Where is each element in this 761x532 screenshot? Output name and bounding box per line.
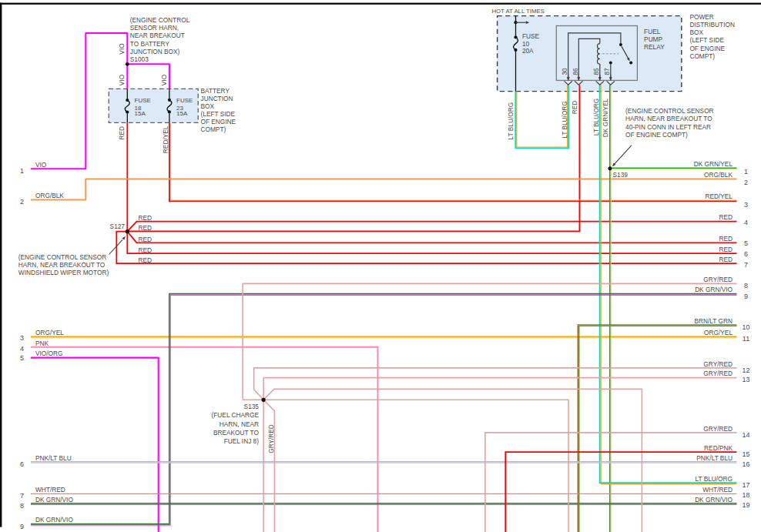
- svg-text:PNK/LT BLU: PNK/LT BLU: [696, 454, 733, 462]
- svg-text:7: 7: [20, 492, 24, 500]
- svg-text:(LEFT SIDE: (LEFT SIDE: [201, 110, 236, 118]
- svg-text:PUMP: PUMP: [644, 35, 662, 43]
- svg-text:GRY/RED: GRY/RED: [267, 424, 275, 453]
- svg-text:RED: RED: [118, 126, 126, 140]
- svg-text:S127: S127: [110, 223, 126, 230]
- svg-text:2: 2: [20, 198, 24, 206]
- svg-text:DK GRN/VIO: DK GRN/VIO: [35, 516, 73, 524]
- svg-text:COMPT): COMPT): [689, 52, 715, 60]
- svg-text:RELAY: RELAY: [644, 43, 665, 51]
- svg-text:RED/PNK: RED/PNK: [704, 444, 733, 452]
- svg-text:DK GRN/VIO: DK GRN/VIO: [695, 496, 733, 504]
- svg-text:RED/YEL: RED/YEL: [162, 125, 169, 153]
- svg-text:30: 30: [561, 68, 568, 75]
- svg-text:RED: RED: [139, 246, 153, 254]
- svg-text:NEAR BREAKOUT: NEAR BREAKOUT: [130, 32, 185, 39]
- svg-text:17: 17: [742, 481, 749, 489]
- svg-text:RED: RED: [139, 256, 153, 264]
- svg-text:VIO/ORG: VIO/ORG: [35, 350, 63, 357]
- svg-text:HOT AT ALL TIMES: HOT AT ALL TIMES: [491, 8, 544, 15]
- svg-text:BOX: BOX: [201, 102, 215, 110]
- svg-text:WHT/RED: WHT/RED: [35, 486, 65, 494]
- svg-text:ORG/BLK: ORG/BLK: [704, 171, 733, 179]
- svg-text:ORG/BLK: ORG/BLK: [35, 192, 64, 199]
- svg-text:FUSE: FUSE: [135, 97, 151, 104]
- svg-text:COMPT): COMPT): [201, 125, 226, 133]
- svg-text:9: 9: [20, 523, 24, 530]
- svg-text:(ENGINE CONTROL: (ENGINE CONTROL: [130, 16, 190, 24]
- svg-text:5: 5: [20, 354, 24, 362]
- svg-text:BOX: BOX: [689, 28, 703, 36]
- svg-text:FUEL: FUEL: [644, 28, 661, 35]
- svg-text:LT BLU/ORG: LT BLU/ORG: [695, 475, 733, 483]
- svg-text:PNK/LT BLU: PNK/LT BLU: [35, 454, 72, 462]
- svg-text:JUNCTION: JUNCTION: [201, 95, 233, 102]
- svg-text:9: 9: [744, 293, 748, 300]
- svg-text:6: 6: [20, 460, 24, 468]
- svg-text:5: 5: [744, 239, 748, 247]
- svg-text:S139: S139: [613, 171, 629, 179]
- svg-text:20A: 20A: [522, 47, 534, 55]
- svg-text:1: 1: [744, 168, 748, 176]
- svg-text:WINDSHIELD WIPER MOTOR): WINDSHIELD WIPER MOTOR): [18, 269, 109, 276]
- svg-text:GRY/RED: GRY/RED: [703, 360, 733, 368]
- svg-text:3: 3: [20, 334, 24, 342]
- svg-text:7: 7: [744, 261, 748, 269]
- svg-text:RED: RED: [139, 214, 153, 222]
- svg-text:FUSE: FUSE: [176, 97, 193, 104]
- svg-text:WHT/RED: WHT/RED: [702, 486, 733, 494]
- svg-text:DK GRN/VIO: DK GRN/VIO: [695, 286, 733, 293]
- svg-text:8: 8: [744, 282, 748, 289]
- svg-text:OF ENGINE: OF ENGINE: [689, 45, 725, 52]
- svg-text:RED: RED: [571, 101, 578, 115]
- svg-text:LT BLU/ORG: LT BLU/ORG: [561, 101, 568, 139]
- svg-text:86: 86: [572, 68, 579, 75]
- svg-text:87: 87: [603, 68, 611, 75]
- svg-text:15: 15: [742, 450, 749, 458]
- svg-text:HARN, NEAR BREAKOUT TO: HARN, NEAR BREAKOUT TO: [625, 115, 712, 122]
- svg-text:OF ENGINE: OF ENGINE: [201, 118, 236, 125]
- svg-text:2: 2: [744, 179, 748, 186]
- svg-text:TO BATTERY: TO BATTERY: [130, 40, 170, 48]
- svg-text:RED: RED: [719, 235, 733, 243]
- svg-text:(ENGINE CONTROL SENSOR: (ENGINE CONTROL SENSOR: [625, 107, 713, 115]
- svg-text:PNK: PNK: [35, 340, 49, 347]
- svg-text:RED: RED: [719, 246, 733, 253]
- svg-text:RED: RED: [719, 213, 733, 221]
- svg-text:RED: RED: [139, 236, 153, 243]
- svg-text:40-PIN CONN IN LEFT REAR: 40-PIN CONN IN LEFT REAR: [625, 123, 711, 131]
- svg-text:1: 1: [20, 167, 24, 175]
- svg-text:85: 85: [592, 68, 600, 75]
- svg-text:DISTRIBUTION: DISTRIBUTION: [689, 21, 735, 28]
- svg-text:VIO: VIO: [118, 43, 126, 55]
- svg-text:ORG/YEL: ORG/YEL: [35, 329, 64, 336]
- svg-text:S135: S135: [244, 403, 260, 410]
- svg-text:FUEL INJ 8): FUEL INJ 8): [224, 437, 260, 445]
- svg-text:13: 13: [742, 376, 749, 383]
- svg-text:10: 10: [742, 323, 749, 331]
- svg-text:4: 4: [744, 219, 748, 226]
- svg-text:BATTERY: BATTERY: [201, 87, 230, 95]
- svg-text:18: 18: [742, 491, 749, 499]
- svg-text:JUNCTION BOX): JUNCTION BOX): [130, 48, 180, 55]
- svg-text:DK GRN/YEL: DK GRN/YEL: [694, 160, 733, 168]
- svg-text:15A: 15A: [135, 110, 146, 117]
- svg-text:(LEFT SIDE: (LEFT SIDE: [689, 36, 724, 44]
- svg-text:GRY/RED: GRY/RED: [703, 276, 733, 283]
- svg-text:RED/YEL: RED/YEL: [705, 192, 733, 200]
- svg-text:HARN, NEAR: HARN, NEAR: [220, 420, 259, 428]
- svg-text:BRN/LT GRN: BRN/LT GRN: [695, 317, 733, 325]
- svg-text:15A: 15A: [176, 110, 188, 117]
- svg-text:RED: RED: [719, 256, 733, 263]
- svg-text:S1003: S1003: [130, 55, 149, 63]
- svg-text:LT BLU/ORG: LT BLU/ORG: [592, 99, 600, 136]
- svg-text:SENSOR HARN,: SENSOR HARN,: [130, 24, 179, 32]
- svg-text:(ENGINE CONTROL SENSOR: (ENGINE CONTROL SENSOR: [18, 253, 106, 261]
- svg-text:OF ENGINE COMPT): OF ENGINE COMPT): [625, 131, 688, 139]
- svg-text:4: 4: [20, 345, 24, 353]
- svg-text:11: 11: [743, 335, 749, 343]
- svg-text:19: 19: [742, 501, 749, 509]
- svg-text:(FUEL CHARGE: (FUEL CHARGE: [212, 411, 260, 419]
- svg-text:BREAKOUT TO: BREAKOUT TO: [213, 429, 260, 437]
- svg-text:6: 6: [744, 250, 748, 258]
